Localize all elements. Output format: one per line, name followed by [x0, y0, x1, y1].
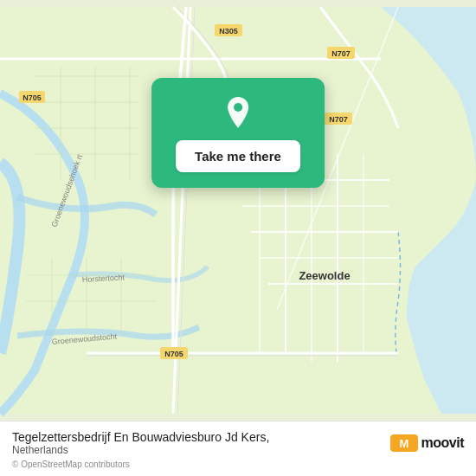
svg-text:N707: N707 [331, 49, 351, 58]
bottom-bar: Tegelzettersbedrijf En Bouwadviesburo Jd… [0, 421, 476, 476]
place-country: Netherlands [12, 444, 269, 456]
bottom-info-row: Tegelzettersbedrijf En Bouwadviesburo Jd… [12, 430, 464, 456]
svg-text:N305: N305 [219, 27, 238, 35]
app: N705 N305 N707 N707 N705 Groenewoudsehoe… [0, 0, 476, 476]
take-me-there-button[interactable]: Take me there [176, 140, 300, 172]
popup-card: Take me there [151, 78, 325, 188]
svg-text:M: M [399, 437, 408, 450]
moovit-logo: M moovit [390, 434, 464, 452]
map-container: N705 N305 N707 N707 N705 Groenewoudsehoe… [0, 0, 476, 421]
svg-text:Zeewolde: Zeewolde [299, 269, 350, 282]
svg-text:N705: N705 [164, 350, 183, 358]
location-pin-icon [219, 93, 257, 132]
place-info: Tegelzettersbedrijf En Bouwadviesburo Jd… [12, 430, 269, 456]
map-svg: N705 N305 N707 N707 N705 Groenewoudsehoe… [0, 0, 476, 421]
svg-point-43 [234, 103, 242, 112]
moovit-icon: M [390, 434, 418, 452]
svg-text:N705: N705 [23, 93, 42, 102]
copyright-row: © OpenStreetMap contributors [12, 460, 464, 469]
moovit-text: moovit [421, 435, 464, 451]
svg-text:N707: N707 [329, 115, 348, 124]
place-name: Tegelzettersbedrijf En Bouwadviesburo Jd… [12, 430, 269, 444]
